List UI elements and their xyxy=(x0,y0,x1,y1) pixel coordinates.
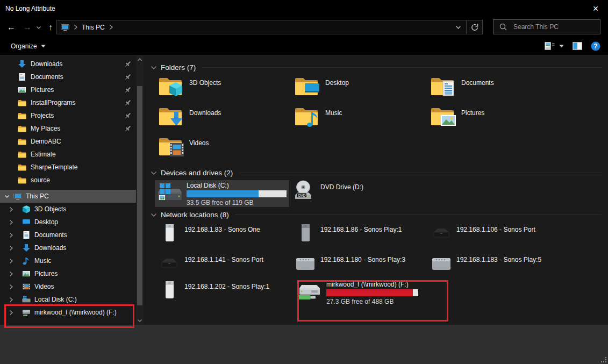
network-tile-192-168-1-106-sonos-port[interactable]: 192.168.1.106 - Sonos Port xyxy=(431,222,565,252)
sidebar-item-demoabc[interactable]: DemoABC xyxy=(0,135,136,148)
sidebar-item-pictures[interactable]: Pictures xyxy=(0,267,136,280)
capacity-text: 33.5 GB free of 119 GB xyxy=(187,199,287,206)
drive-tile-local-disk-c[interactable]: Local Disk (C:)33.5 GB free of 119 GB xyxy=(155,180,289,207)
views-button[interactable] xyxy=(545,42,564,51)
capacity-bar xyxy=(187,190,287,197)
preview-pane-icon[interactable] xyxy=(573,42,582,50)
folder-desktop-icon xyxy=(295,75,320,98)
folder-tile-videos[interactable]: Videos xyxy=(159,135,293,165)
section-header-network[interactable]: Network locations (8) xyxy=(144,207,608,222)
drive-tile-dvd-drive-d[interactable]: DVDDVD Drive (D:) xyxy=(291,180,425,207)
address-dropdown-icon[interactable] xyxy=(450,20,466,34)
my-places-icon xyxy=(18,125,26,133)
sidebar-item-mirkwood-f-mirkwood-f[interactable]: mirkwood_f (\\mirkwood) (F:) xyxy=(0,306,136,319)
network-tile-192-168-1-86-sonos-play-1[interactable]: 192.168.1.86 - Sonos Play:1 xyxy=(295,222,429,252)
sidebar-item-documents[interactable]: Documents xyxy=(0,229,136,241)
breadcrumb-chevron-icon[interactable] xyxy=(109,24,113,30)
sidebar-item-desktop[interactable]: Desktop xyxy=(0,216,136,229)
sidebar-item-music[interactable]: Music xyxy=(0,254,136,267)
folder-tile-pictures[interactable]: Pictures xyxy=(431,105,565,135)
chevron-right-icon[interactable] xyxy=(9,271,18,277)
sidebar-item-videos[interactable]: Videos xyxy=(0,280,136,293)
sidebar-item-my-places[interactable]: My Places xyxy=(0,122,136,135)
sidebar-item-local-disk-c[interactable]: Local Disk (C:) xyxy=(0,293,136,306)
refresh-icon[interactable] xyxy=(467,20,482,34)
folder-tile-downloads[interactable]: Downloads xyxy=(159,105,293,135)
network-drive-tile-mirkwood-f-mirkwood-f[interactable]: mirkwood_f (\\mirkwood) (F:)27.3 GB free… xyxy=(295,279,429,318)
network-tile-192-168-1-183-sonos-play-5[interactable]: 192.168.1.183 - Sonos Play:5 xyxy=(431,252,565,279)
chevron-right-icon[interactable] xyxy=(9,219,18,225)
folder-tile-music[interactable]: Music xyxy=(295,105,429,135)
chevron-right-icon[interactable] xyxy=(9,284,18,290)
3d-objects-icon xyxy=(22,205,31,213)
chevron-right-icon[interactable] xyxy=(9,310,18,316)
local-disk-c-icon xyxy=(22,295,31,304)
capacity-text: 27.3 GB free of 488 GB xyxy=(326,298,418,305)
192-168-1-183-sonos-play-5-icon xyxy=(431,254,452,272)
caret-down-icon xyxy=(559,45,564,48)
pin-icon xyxy=(124,86,132,95)
sidebar-scrollbar[interactable] xyxy=(136,55,144,325)
history-chevron-icon[interactable] xyxy=(34,17,43,37)
sidebar-item-source[interactable]: source xyxy=(0,174,136,187)
chevron-right-icon[interactable] xyxy=(9,232,18,238)
search-input[interactable] xyxy=(512,23,595,31)
chevron-right-icon[interactable] xyxy=(9,245,18,251)
192-168-1-106-sonos-port-icon xyxy=(431,225,452,241)
chevron-right-icon[interactable] xyxy=(9,206,18,212)
pin-icon xyxy=(124,73,132,82)
help-icon[interactable]: ? xyxy=(591,41,600,51)
network-tile-192-168-1-202-sonos-play-1[interactable]: 192.168.1.202 - Sonos Play:1 xyxy=(159,279,293,318)
dialog-footer: File name: All Files (*.*) Open Cancel xyxy=(0,325,608,364)
scroll-down-icon[interactable] xyxy=(136,316,144,325)
source-icon xyxy=(18,176,26,184)
folder-tile-3d-objects[interactable]: 3D Objects xyxy=(159,75,293,105)
organize-menu[interactable]: Organize xyxy=(11,37,46,55)
folder-tile-documents[interactable]: Documents xyxy=(431,75,565,105)
scrollbar-thumb[interactable] xyxy=(137,86,142,305)
demoabc-icon xyxy=(18,138,26,146)
sidebar-item-installprograms[interactable]: InstallPrograms xyxy=(0,96,136,109)
sidebar-item-this-pc[interactable]: This PC xyxy=(0,190,136,203)
network-tile-192-168-1-180-sonos-play-3[interactable]: 192.168.1.180 - Sonos Play:3 xyxy=(295,252,429,279)
music-icon xyxy=(22,256,31,265)
resize-grip[interactable] xyxy=(601,357,606,362)
network-tile-192-168-1-141-sonos-port[interactable]: 192.168.1.141 - Sonos Port xyxy=(159,252,293,279)
projects-icon xyxy=(18,112,26,120)
chevron-right-icon[interactable] xyxy=(9,297,18,303)
chevron-right-icon[interactable] xyxy=(9,258,18,264)
sidebar-item-estimate[interactable]: Estimate xyxy=(0,148,136,161)
search-box[interactable] xyxy=(493,19,600,34)
downloads-icon xyxy=(18,60,26,68)
sidebar-item-sharpetemplate[interactable]: SharpeTemplate xyxy=(0,161,136,174)
close-button[interactable]: × xyxy=(583,0,608,17)
section-header-devices[interactable]: Devices and drives (2) xyxy=(144,165,608,180)
sidebar-item-projects[interactable]: Projects xyxy=(0,109,136,122)
sidebar-item-downloads[interactable]: Downloads xyxy=(0,58,136,70)
192-168-1-141-sonos-port-icon xyxy=(159,255,180,271)
chevron-down-icon[interactable] xyxy=(4,194,10,198)
folder-tile-desktop[interactable]: Desktop xyxy=(295,75,429,105)
navigation-pane: DownloadsDocumentsPicturesInstallProgram… xyxy=(0,55,136,325)
pictures-icon xyxy=(18,85,26,94)
folder-3d-objects-icon xyxy=(159,75,184,98)
views-icon xyxy=(545,42,555,51)
search-icon xyxy=(499,23,507,31)
network-tile-192-168-1-83-sonos-one[interactable]: 192.168.1.83 - Sonos One xyxy=(159,222,293,252)
breadcrumb-this-pc[interactable]: This PC xyxy=(82,24,105,31)
back-button[interactable]: ← xyxy=(4,17,18,37)
this-pc-icon xyxy=(61,23,69,32)
sidebar-item-pictures[interactable]: Pictures xyxy=(0,83,136,96)
section-header-folders[interactable]: Folders (7) xyxy=(144,60,608,75)
address-bar[interactable]: This PC xyxy=(56,20,483,34)
scroll-up-icon[interactable] xyxy=(136,55,144,64)
192-168-1-86-sonos-play-1-icon xyxy=(297,223,313,243)
sidebar-item-3d-objects[interactable]: 3D Objects xyxy=(0,203,136,216)
up-button[interactable]: ↑ xyxy=(44,17,57,37)
collapse-chevron-icon xyxy=(151,65,157,70)
folder-videos-icon xyxy=(159,135,184,159)
sidebar-item-documents[interactable]: Documents xyxy=(0,70,136,83)
forward-button[interactable]: → xyxy=(20,17,34,37)
this-pc-icon xyxy=(13,192,22,201)
sidebar-item-downloads[interactable]: Downloads xyxy=(0,241,136,254)
